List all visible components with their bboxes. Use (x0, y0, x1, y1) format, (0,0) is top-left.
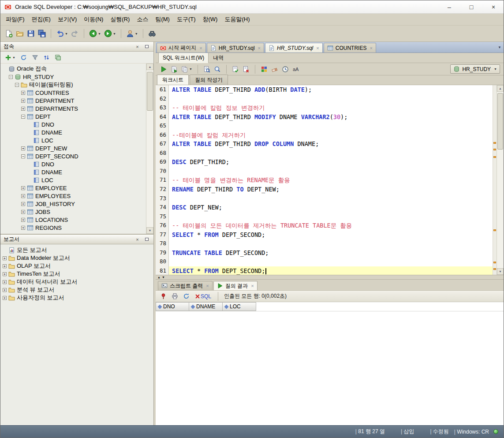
add-connection-button[interactable]: ▼ (4, 53, 16, 62)
scroll-track[interactable] (497, 92, 504, 268)
editor-line[interactable]: 73 (156, 194, 493, 203)
dropdown-caret-icon[interactable]: ▼ (494, 67, 497, 71)
editor-subtab[interactable]: 질의 작성기 (190, 75, 228, 85)
grid-column-header[interactable]: LOC (223, 302, 256, 311)
dropdown-caret-icon[interactable]: ▼ (12, 56, 15, 59)
report-tree-item[interactable]: +사용자정의 보고서 (0, 294, 153, 302)
report-tree-item[interactable]: +Data Modeler 보고서 (0, 254, 153, 262)
expand-icon[interactable]: + (3, 264, 7, 268)
grid-body[interactable] (156, 311, 504, 425)
explain-plan-button[interactable] (202, 65, 211, 74)
worksheet-mode-tab[interactable]: SQL 워크시트(W) (158, 52, 209, 63)
output-splitter[interactable]: ▲ ▼ (156, 275, 504, 280)
editor-line[interactable]: 76-- 테이블의 모든 데이터를 제거하는 TRUNCATE TABLE문 활… (156, 221, 493, 230)
panel-close-icon[interactable]: × (134, 43, 141, 50)
editor-scrollbar[interactable]: ▲ ▼ (497, 85, 504, 275)
tab-close-icon[interactable]: × (199, 45, 202, 51)
save-button[interactable] (26, 29, 36, 38)
menu-item[interactable]: 도구(T) (173, 14, 199, 25)
editor-line[interactable]: 69DESC DEPT_THIRD; (156, 157, 493, 167)
expand-icon[interactable]: + (21, 186, 25, 190)
splitter-down-icon[interactable]: ▼ (162, 276, 165, 279)
scroll-thumb[interactable] (497, 93, 503, 150)
connection-tree-item[interactable]: −DEPT_SECOND (0, 152, 146, 160)
connection-tree-item[interactable]: −DEPT (0, 112, 146, 120)
document-tab[interactable]: COUNTRIES× (324, 43, 376, 52)
report-tree-item[interactable]: +분석 뷰 보고서 (0, 286, 153, 294)
print-button[interactable] (171, 292, 179, 300)
scroll-up-icon[interactable]: ▲ (497, 85, 504, 92)
panel-close-icon[interactable]: × (134, 236, 141, 243)
expand-icon[interactable]: + (21, 107, 25, 111)
expand-icon[interactable]: + (21, 99, 25, 103)
collapse-icon[interactable]: − (15, 83, 19, 87)
run-script-button[interactable] (170, 65, 179, 74)
panel-restore-icon[interactable] (143, 43, 150, 50)
editor-line[interactable]: 63-- 테이블에 칼럼 정보 변경하기 (156, 103, 493, 112)
rollback-button[interactable] (242, 65, 250, 74)
history-button[interactable] (281, 65, 290, 74)
expand-icon[interactable]: + (21, 202, 25, 206)
expand-icon[interactable]: + (21, 210, 25, 214)
pin-button[interactable] (159, 292, 168, 300)
new-file-button[interactable] (4, 29, 14, 38)
menu-item[interactable]: 실행(R) (107, 14, 133, 25)
case-toggle-button[interactable]: aA (291, 65, 300, 74)
sort-connections-button[interactable] (42, 53, 51, 62)
connection-tree-item[interactable]: +EMPLOYEES (0, 192, 146, 200)
maximize-icon[interactable]: □ (462, 1, 481, 13)
connection-tree-item[interactable]: DNAME (0, 168, 146, 176)
run-statement-button[interactable] (159, 65, 168, 74)
menu-item[interactable]: 파일(F) (2, 14, 28, 25)
close-icon[interactable]: × (484, 1, 503, 13)
editor-line[interactable]: 74DESC DEPT_NEW; (156, 203, 493, 212)
dropdown-caret-icon[interactable]: ▼ (189, 67, 192, 71)
expand-icon[interactable]: + (21, 194, 25, 198)
output-tab[interactable]: 스크립트 출력× (158, 281, 213, 290)
scroll-track[interactable] (146, 70, 153, 227)
report-tree-item[interactable]: 모든 보고서 (0, 246, 153, 254)
refresh-grid-button[interactable] (182, 292, 190, 300)
connection-tree-item[interactable]: +JOB_HISTORY (0, 200, 146, 208)
menu-item[interactable]: 이동(N) (80, 14, 107, 25)
connection-tree-item[interactable]: +JOBS (0, 208, 146, 216)
editor-line[interactable]: 75 (156, 212, 493, 221)
connection-tree-item[interactable]: +DEPARTMENT (0, 97, 146, 105)
editor-line[interactable]: 67ALTER TABLE DEPT_THIRD DROP COLUMN DNA… (156, 139, 493, 149)
scroll-up-icon[interactable]: ▲ (146, 64, 153, 70)
autotrace-button[interactable] (213, 65, 222, 74)
expand-icon[interactable]: + (3, 288, 7, 292)
connection-tree-item[interactable]: LOC (0, 176, 146, 184)
connections-scrollbar[interactable]: ▲ ▼ (146, 64, 153, 234)
editor-line[interactable]: 70 (156, 167, 493, 176)
menu-item[interactable]: 보기(V) (54, 14, 80, 25)
connection-tree-item[interactable]: +DEPARTMENTS (0, 105, 146, 112)
grid-column-header[interactable]: DNO (156, 302, 189, 311)
editor-subtab[interactable]: 워크시트 (157, 75, 189, 85)
editor-line[interactable]: 68 (156, 149, 493, 158)
menu-item[interactable]: 편집(E) (28, 14, 54, 25)
tab-close-icon[interactable]: × (370, 45, 372, 51)
search-binoculars-button[interactable] (147, 29, 157, 38)
report-tree-item[interactable]: +OLAP 보고서 (0, 262, 153, 270)
minimize-icon[interactable]: – (440, 1, 459, 13)
connection-tree-item[interactable]: +LOCATIONS (0, 216, 146, 224)
panel-restore-icon[interactable] (143, 236, 150, 243)
splitter-up-icon[interactable]: ▲ (157, 276, 161, 279)
dropdown-caret-icon[interactable]: ▼ (98, 32, 101, 35)
expand-icon[interactable]: + (3, 272, 7, 276)
cancel-sql-button[interactable]: SQL (194, 292, 212, 300)
report-tree-item[interactable]: +데이터 딕셔너리 보고서 (0, 278, 153, 286)
editor-line[interactable]: 72RENAME DEPT_THIRD TO DEPT_NEW; (156, 185, 493, 194)
open-folder-button[interactable] (15, 29, 25, 38)
menu-item[interactable]: 도움말(H) (221, 14, 253, 25)
editor-line[interactable]: 62 (156, 94, 493, 104)
commit-button[interactable] (231, 65, 240, 74)
tab-close-icon[interactable]: × (251, 283, 254, 288)
expand-icon[interactable]: + (3, 256, 7, 260)
connection-selector[interactable]: HR_STUDY ▼ (450, 64, 500, 74)
code-area[interactable]: 61ALTER TABLE DEPT_THIRD ADD(BIRTH DATE)… (156, 85, 493, 275)
connections-user-button[interactable]: ▼ (125, 29, 139, 38)
undo-button[interactable]: ▼ (55, 29, 69, 38)
connection-tree-item[interactable]: +EMPLOYEE (0, 184, 146, 192)
